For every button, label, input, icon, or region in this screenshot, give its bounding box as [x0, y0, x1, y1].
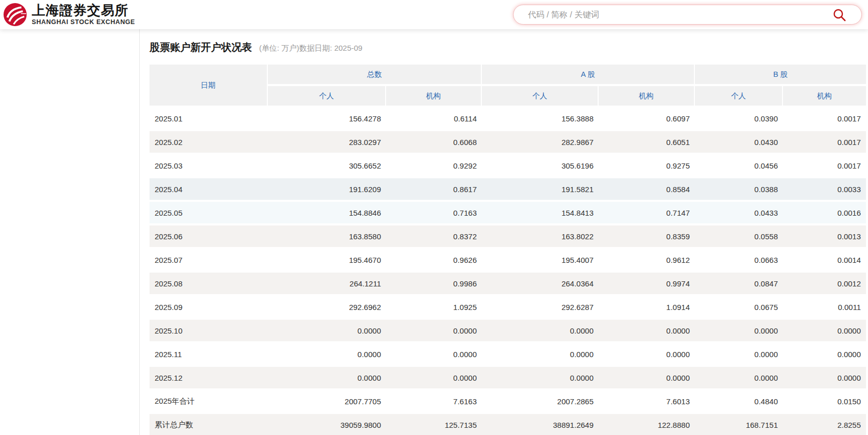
value-cell: 168.7151: [695, 414, 783, 435]
value-cell: 191.6209: [268, 178, 386, 200]
value-cell: 282.9867: [482, 131, 599, 153]
col-subheader-institution: 机构: [599, 86, 695, 106]
value-cell: 163.8580: [268, 225, 386, 247]
value-cell: 0.0000: [695, 367, 783, 388]
value-cell: 38891.2649: [482, 414, 599, 435]
main-content: 股票账户新开户状况表 (单位: 万户)数据日期: 2025-09 日期 总数 A…: [140, 29, 868, 435]
value-cell: 0.0014: [783, 249, 866, 271]
col-subheader-individual: 个人: [268, 86, 386, 106]
value-cell: 1.0925: [386, 296, 482, 318]
value-cell: 7.6013: [599, 390, 695, 412]
table-row: 2025.06163.85800.8372163.80220.83590.055…: [150, 225, 866, 247]
value-cell: 0.9626: [386, 249, 482, 271]
date-cell: 2025.12: [150, 367, 268, 388]
value-cell: 0.0430: [695, 131, 783, 153]
table-row: 2025.05154.88460.7163154.84130.71470.043…: [150, 202, 866, 223]
date-cell: 2025.01: [150, 108, 268, 129]
value-cell: 0.0000: [482, 320, 599, 341]
value-cell: 2.8255: [783, 414, 866, 435]
value-cell: 39059.9800: [268, 414, 386, 435]
table-row: 累计总户数39059.9800125.713538891.2649122.888…: [150, 414, 866, 435]
value-cell: 1.0914: [599, 296, 695, 318]
date-cell: 2025.05: [150, 202, 268, 223]
table-row: 2025.02283.02970.6068282.98670.60510.043…: [150, 131, 866, 153]
value-cell: 0.0000: [268, 343, 386, 365]
value-cell: 0.0000: [386, 320, 482, 341]
table-row: 2025.120.00000.00000.00000.00000.00000.0…: [150, 367, 866, 388]
date-cell: 2025年合计: [150, 390, 268, 412]
search-input[interactable]: [513, 5, 862, 25]
search-box: [513, 5, 862, 25]
value-cell: 154.8413: [482, 202, 599, 223]
date-cell: 2025.08: [150, 273, 268, 294]
value-cell: 163.8022: [482, 225, 599, 247]
value-cell: 0.0847: [695, 273, 783, 294]
value-cell: 0.0150: [783, 390, 866, 412]
value-cell: 0.0000: [599, 343, 695, 365]
logo-text: 上海證券交易所 SHANGHAI STOCK EXCHANGE: [32, 4, 135, 25]
value-cell: 0.0675: [695, 296, 783, 318]
value-cell: 0.0000: [783, 367, 866, 388]
value-cell: 292.6287: [482, 296, 599, 318]
page-body: 股票账户新开户状况表 (单位: 万户)数据日期: 2025-09 日期 总数 A…: [0, 29, 868, 435]
logo-name-cn: 上海證券交易所: [32, 4, 135, 17]
value-cell: 0.6051: [599, 131, 695, 153]
value-cell: 0.0012: [783, 273, 866, 294]
search-icon: [832, 8, 846, 22]
value-cell: 0.0000: [695, 343, 783, 365]
value-cell: 0.9986: [386, 273, 482, 294]
col-header-date: 日期: [150, 65, 268, 106]
value-cell: 0.6068: [386, 131, 482, 153]
table-row: 2025.03305.66520.9292305.61960.92750.045…: [150, 155, 866, 176]
value-cell: 0.7163: [386, 202, 482, 223]
table-row: 2025.08264.12110.9986264.03640.99740.084…: [150, 273, 866, 294]
date-cell: 2025.03: [150, 155, 268, 176]
page-subtitle: (单位: 万户)数据日期: 2025-09: [259, 44, 363, 53]
table-row: 2025.07195.46700.9626195.40070.96120.066…: [150, 249, 866, 271]
col-subheader-individual: 个人: [482, 86, 599, 106]
date-cell: 2025.06: [150, 225, 268, 247]
value-cell: 0.0000: [695, 320, 783, 341]
value-cell: 122.8880: [599, 414, 695, 435]
value-cell: 0.6114: [386, 108, 482, 129]
col-group-total: 总数: [268, 65, 482, 84]
value-cell: 2007.7705: [268, 390, 386, 412]
value-cell: 0.0000: [268, 367, 386, 388]
value-cell: 264.0364: [482, 273, 599, 294]
value-cell: 2007.2865: [482, 390, 599, 412]
value-cell: 0.0000: [386, 343, 482, 365]
value-cell: 0.0016: [783, 202, 866, 223]
value-cell: 305.6652: [268, 155, 386, 176]
date-cell: 2025.10: [150, 320, 268, 341]
value-cell: 156.3888: [482, 108, 599, 129]
value-cell: 0.0011: [783, 296, 866, 318]
value-cell: 0.0013: [783, 225, 866, 247]
table-row: 2025年合计2007.77057.61632007.28657.60130.4…: [150, 390, 866, 412]
page-title: 股票账户新开户状况表: [150, 40, 252, 54]
account-openings-table: 日期 总数 A 股 B 股 个人 机构 个人 机构 个人 机构 2025.011…: [150, 63, 866, 435]
value-cell: 0.6097: [599, 108, 695, 129]
value-cell: 195.4670: [268, 249, 386, 271]
value-cell: 292.6962: [268, 296, 386, 318]
value-cell: 0.0456: [695, 155, 783, 176]
value-cell: 0.8617: [386, 178, 482, 200]
value-cell: 0.0433: [695, 202, 783, 223]
top-header: 上海證券交易所 SHANGHAI STOCK EXCHANGE: [0, 0, 868, 29]
date-cell: 累计总户数: [150, 414, 268, 435]
search-button[interactable]: [832, 8, 846, 22]
value-cell: 125.7135: [386, 414, 482, 435]
table-row: 2025.110.00000.00000.00000.00000.00000.0…: [150, 343, 866, 365]
value-cell: 0.0558: [695, 225, 783, 247]
value-cell: 0.0000: [268, 320, 386, 341]
value-cell: 191.5821: [482, 178, 599, 200]
title-row: 股票账户新开户状况表 (单位: 万户)数据日期: 2025-09: [150, 40, 868, 54]
col-subheader-individual: 个人: [695, 86, 783, 106]
logo-name-en: SHANGHAI STOCK EXCHANGE: [32, 18, 135, 26]
col-subheader-institution: 机构: [386, 86, 482, 106]
value-cell: 0.8584: [599, 178, 695, 200]
value-cell: 0.9292: [386, 155, 482, 176]
sse-logo[interactable]: 上海證券交易所 SHANGHAI STOCK EXCHANGE: [3, 3, 135, 27]
value-cell: 0.0000: [783, 343, 866, 365]
date-cell: 2025.09: [150, 296, 268, 318]
value-cell: 0.7147: [599, 202, 695, 223]
